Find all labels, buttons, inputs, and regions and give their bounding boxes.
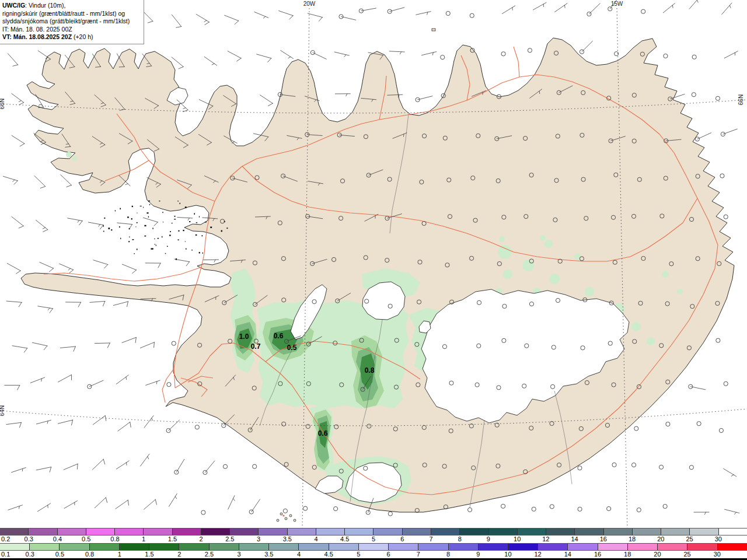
- legend-segment: [28, 528, 57, 535]
- legend-tick-label: 4: [314, 536, 317, 542]
- parallel-label: 66N: [738, 94, 744, 105]
- skerry: [178, 230, 179, 232]
- legend-segment: [268, 544, 298, 550]
- legend-segment: [329, 544, 358, 550]
- skerry: [177, 201, 178, 202]
- legend-segment: [717, 544, 747, 550]
- snow-colorbar-labels: 0.20.30.40.50.811.522.533.544.5567891012…: [0, 536, 747, 543]
- legend-segment: [517, 528, 546, 535]
- skerry: [154, 244, 155, 244]
- skerry: [185, 241, 186, 242]
- skerry: [191, 250, 193, 250]
- legend-segment: [57, 528, 86, 535]
- rain-area-light: [647, 337, 655, 345]
- legend-tick-label: 6: [387, 551, 390, 558]
- skerry: [196, 235, 197, 236]
- skerry: [135, 226, 136, 227]
- legend-tick-label: 12: [534, 551, 541, 558]
- legend-segment: [89, 544, 119, 550]
- legend-tick-label: 4.5: [324, 551, 333, 558]
- legend-tick-label: 2.5: [205, 551, 214, 558]
- legend-tick-label: 0.2: [1, 536, 10, 542]
- skerry: [137, 249, 138, 250]
- skerry: [156, 244, 156, 246]
- legend-tick-label: 25: [686, 536, 693, 542]
- legend-segment: [546, 528, 574, 535]
- legend-tick-label: 12: [542, 536, 549, 542]
- rain-area-light: [574, 253, 581, 260]
- legend-segment: [627, 544, 657, 550]
- legend-segment: [229, 528, 258, 535]
- skerry: [131, 218, 132, 220]
- legend-segment: [172, 528, 201, 535]
- legend-tick-label: 4: [297, 551, 301, 558]
- skerry: [152, 248, 153, 249]
- legend-segment: [402, 528, 431, 535]
- legend-tick-label: 4.5: [340, 536, 349, 542]
- weather-chart: 20W15W66N66N64N1.00.70.60.50.80.6 UWC/IG…: [0, 0, 747, 560]
- legend-tick-label: 20: [657, 536, 664, 542]
- skerry: [140, 206, 142, 206]
- legend-tick-label: 0.3: [26, 551, 34, 558]
- legend-segment: [661, 528, 689, 535]
- legend-segment: [258, 528, 287, 535]
- skerry: [172, 223, 173, 223]
- legend-tick-label: 2.5: [225, 536, 234, 542]
- legend-tick-label: 16: [600, 536, 607, 542]
- title-line-2: rigning/skúrir (grænt/blátt/rautt - mm/1…: [2, 10, 141, 18]
- legend-tick-label: 1: [118, 551, 121, 558]
- skerry: [167, 246, 168, 247]
- legend-tick-label: 0.4: [53, 536, 62, 542]
- island: [294, 519, 296, 522]
- legend-segment: [603, 528, 632, 535]
- legend-tick-label: 25: [683, 551, 690, 558]
- precip-value-label: 0.7: [251, 342, 261, 351]
- skerry: [103, 231, 104, 232]
- legend-tick-label: 0.5: [82, 536, 90, 542]
- skerry: [129, 237, 130, 237]
- island: [277, 519, 279, 522]
- rain-colorbar-labels: 0.10.30.50.811.522.533.544.5567891012141…: [0, 551, 747, 558]
- skerry: [152, 228, 153, 229]
- legend-segment: [598, 544, 627, 550]
- rain-area-light: [503, 270, 512, 279]
- legend-segment: [179, 544, 208, 550]
- legend-tick-label: 0.5: [55, 551, 64, 558]
- island-town-dot: [282, 514, 284, 516]
- legend-segment: [718, 528, 747, 535]
- legend-tick-label: 9: [487, 536, 490, 542]
- skerry: [186, 249, 187, 250]
- skerry: [137, 213, 137, 214]
- legend-tick-label: 5: [357, 551, 360, 558]
- legend-tick-label: 7: [429, 536, 432, 542]
- rain-area-light: [499, 236, 505, 242]
- skerry: [120, 238, 121, 239]
- legend-segment: [388, 544, 418, 550]
- legend-tick-label: 30: [715, 536, 722, 542]
- legend-segment: [344, 528, 373, 535]
- skerry: [189, 221, 190, 222]
- legend-segment: [59, 544, 89, 550]
- legend-tick-label: 0.1: [1, 551, 10, 558]
- legend-tick-label: 10: [504, 551, 511, 558]
- legend-tick-label: 14: [564, 551, 571, 558]
- legend-tick-label: 3.5: [264, 551, 273, 558]
- legend-segment: [459, 528, 488, 535]
- legend-tick-label: 14: [571, 536, 578, 542]
- valid-time: VT: Mán. 18.08.2025 20Z (+20 h): [2, 33, 141, 41]
- legend-segment: [431, 528, 459, 535]
- legend-tick-label: 3: [238, 551, 241, 558]
- skerry: [205, 222, 207, 222]
- legend-tick-label: 0.8: [85, 551, 94, 558]
- legend-tick-label: 16: [594, 551, 601, 558]
- rain-area-light: [72, 156, 77, 161]
- title-line-3: slydda/snjókoma (grátt/bleikt/grænt - mm…: [2, 18, 141, 26]
- legend-segment: [567, 544, 597, 550]
- legend-tick-label: 3.5: [283, 536, 292, 542]
- title-box: UWC/IG: Vindur (10m), rigning/skúrir (gr…: [0, 0, 144, 44]
- skerry: [226, 228, 228, 229]
- legend-segment: [689, 528, 718, 535]
- legend-tick-label: 8: [458, 536, 462, 542]
- skerry: [119, 226, 120, 228]
- legend-tick-label: 1: [142, 536, 145, 542]
